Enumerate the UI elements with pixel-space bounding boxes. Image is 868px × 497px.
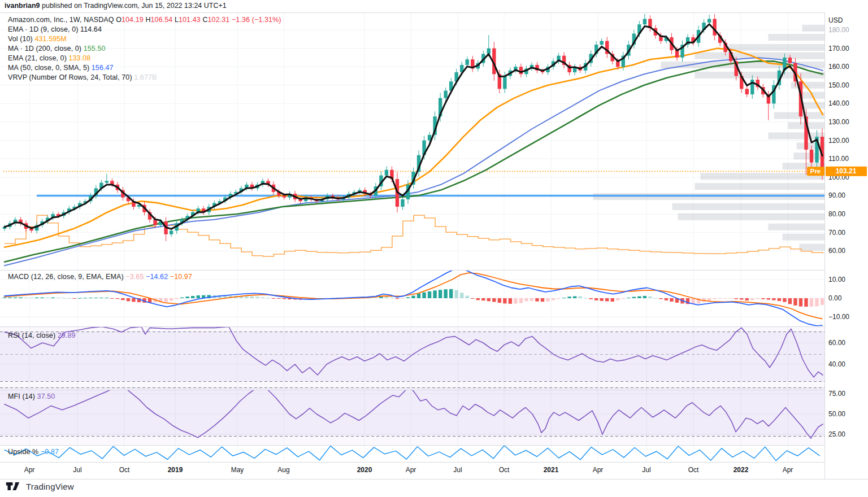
svg-text:Apr: Apr — [783, 466, 793, 474]
indicator-legend-row[interactable]: Amazon.com, Inc., 1W, NASDAQ O104.19 H10… — [8, 15, 281, 25]
svg-text:70.00: 70.00 — [828, 229, 845, 237]
legend-main[interactable]: Amazon.com, Inc., 1W, NASDAQ O104.19 H10… — [8, 15, 281, 82]
svg-text:Oct: Oct — [688, 466, 699, 474]
svg-text:Oct: Oct — [119, 466, 130, 474]
indicator-legend-row[interactable]: VRVP (Number Of Rows, 24, Total, 70) 1.6… — [8, 73, 281, 82]
svg-text:May: May — [231, 466, 244, 474]
legend-mfi[interactable]: MFI (14) 37.50 — [8, 392, 55, 402]
indicator-legend-row[interactable]: RSI (14, close) 29.89 — [8, 331, 76, 341]
svg-text:60.00: 60.00 — [828, 339, 845, 347]
svg-text:Apr: Apr — [593, 466, 604, 474]
svg-text:120.00: 120.00 — [828, 137, 849, 145]
svg-text:Apr: Apr — [24, 466, 35, 474]
svg-text:75.00: 75.00 — [828, 390, 845, 398]
indicator-legend-row[interactable]: MACD (12, 26, close, 9, EMA, EMA) −3.65 … — [8, 272, 192, 282]
indicator-legend-row[interactable]: EMA (21, close, 0) 133.08 — [8, 54, 281, 63]
svg-text:25.00: 25.00 — [828, 430, 845, 438]
svg-text:−10.00: −10.00 — [828, 313, 849, 321]
svg-text:103.21: 103.21 — [836, 167, 857, 175]
legend-macd[interactable]: MACD (12, 26, close, 9, EMA, EMA) −3.65 … — [8, 272, 192, 282]
svg-text:Jul: Jul — [453, 466, 462, 474]
svg-text:Aug: Aug — [277, 466, 289, 474]
tradingview-published-chart: { "header": { "user": "ivanbrian9", "res… — [0, 0, 868, 497]
svg-text:Jul: Jul — [73, 466, 81, 474]
svg-text:Apr: Apr — [406, 466, 416, 474]
legend-rsi[interactable]: RSI (14, close) 29.89 — [8, 331, 76, 341]
svg-text:150.00: 150.00 — [828, 81, 849, 89]
svg-text:110.00: 110.00 — [828, 155, 849, 163]
svg-text:80.00: 80.00 — [828, 210, 845, 218]
indicator-legend-row[interactable]: Upside % −0.87 — [8, 447, 59, 457]
author-username: ivanbrian9 — [5, 2, 40, 10]
indicator-legend-row[interactable]: Vol (10) 431.595M — [8, 34, 281, 44]
svg-text:160.00: 160.00 — [828, 63, 849, 71]
svg-text:Pre: Pre — [810, 168, 821, 175]
svg-text:0.00: 0.00 — [828, 294, 842, 302]
indicator-legend-row[interactable]: MA · 1D (200, close, 0) 155.50 — [8, 44, 281, 54]
tradingview-footer[interactable]: TradingView — [6, 481, 74, 491]
svg-text:USD: USD — [828, 16, 843, 24]
indicator-legend-row[interactable]: MA (50, close, 0, SMA, 5) 156.47 — [8, 63, 281, 73]
svg-text:2019: 2019 — [168, 466, 183, 474]
svg-text:2020: 2020 — [357, 466, 372, 474]
indicator-legend-row[interactable]: MFI (14) 37.50 — [8, 392, 55, 402]
svg-text:130.00: 130.00 — [828, 118, 849, 126]
svg-text:180.00: 180.00 — [828, 26, 849, 34]
svg-text:90.00: 90.00 — [828, 191, 845, 199]
svg-text:2021: 2021 — [544, 466, 559, 474]
published-header: ivanbrian9 published on TradingView.com,… — [5, 2, 227, 10]
svg-text:10.00: 10.00 — [828, 276, 845, 284]
indicator-legend-row[interactable]: EMA · 1D (9, close, 0) 114.64 — [8, 25, 281, 34]
svg-text:Jul: Jul — [642, 466, 650, 474]
svg-text:50.00: 50.00 — [828, 410, 845, 418]
published-text: published on TradingView.com, Jun 15, 20… — [40, 2, 227, 10]
svg-text:40.00: 40.00 — [828, 360, 845, 368]
legend-upside[interactable]: Upside % −0.87 — [8, 447, 59, 457]
svg-text:140.00: 140.00 — [828, 99, 849, 107]
svg-text:Oct: Oct — [499, 466, 510, 474]
svg-text:170.00: 170.00 — [828, 45, 849, 53]
tradingview-brand: TradingView — [26, 482, 74, 491]
svg-text:2022: 2022 — [734, 466, 749, 474]
tradingview-logo-icon — [6, 481, 21, 491]
svg-text:60.00: 60.00 — [828, 247, 845, 255]
